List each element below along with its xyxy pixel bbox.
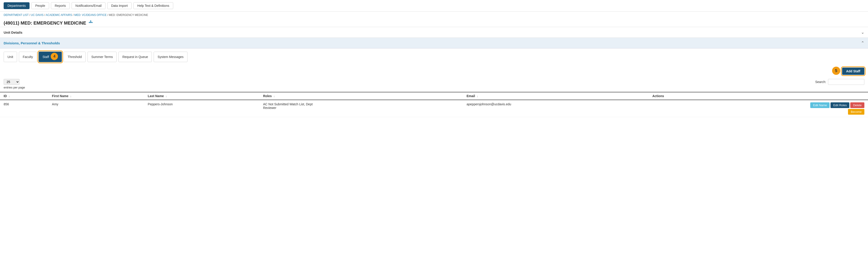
entries-select-dropdown[interactable]: 25 10 50 100 [4,79,20,85]
entries-label: entries per page [4,86,25,89]
nav-reports[interactable]: Reports [51,2,70,9]
page-title-area: (49011) MED: EMERGENCY MEDICINE [0,19,868,27]
subtab-threshold[interactable]: Threshold [64,52,86,62]
sort-id-icon[interactable]: ↕ [9,95,10,97]
sort-roles-icon[interactable]: ↕ [273,95,275,97]
action-row-2: Become [848,109,864,115]
delete-button[interactable]: Delete [850,102,864,108]
nav-data-import[interactable]: Data Import [107,2,132,9]
add-staff-bar: 5 Add Staff [0,65,868,77]
nav-notifications-email[interactable]: Notifications/Email [71,2,105,9]
action-row-1: Edit Name Edit Roles Delete [810,102,864,108]
search-input[interactable] [828,79,864,85]
step-4-badge: 4 [51,53,58,60]
subtab-summer-terms[interactable]: Summer Terms [88,52,117,62]
breadcrumb: DEPARTMENT LIST / UC DAVIS / ACADEMIC AF… [0,11,868,19]
subtab-request-in-queue[interactable]: Request in Queue [118,52,152,62]
breadcrumb-current: MED: EMERGENCY MEDICINE [109,13,148,17]
sort-email-icon[interactable]: ↕ [477,95,478,97]
col-id: ID ↕ [0,92,49,100]
col-roles: Roles ↕ [259,92,463,100]
col-actions: Actions [649,92,868,100]
org-chart-icon[interactable] [88,20,93,26]
breadcrumb-dept-list[interactable]: DEPARTMENT LIST [4,13,29,17]
cell-id: 856 [0,100,49,117]
division-title: Divisions, Personnel & Thresholds [4,41,60,45]
edit-roles-button[interactable]: Edit Roles [831,102,849,108]
search-area: Search: [815,79,864,85]
nav-help-text[interactable]: Help Text & Definitions [133,2,173,9]
edit-name-button[interactable]: Edit Name [810,102,830,108]
unit-details-section[interactable]: Unit Details ⌄ [0,27,868,38]
unit-details-chevron: ⌄ [861,30,864,35]
col-email: Email ↕ [463,92,649,100]
sort-lastname-icon[interactable]: ↕ [166,95,167,97]
step-5-badge: 5 [832,67,840,75]
division-section-header[interactable]: Divisions, Personnel & Thresholds ⌃ [0,38,868,49]
cell-last-name: Peppers-Johnson [144,100,259,117]
breadcrumb-academic-affairs[interactable]: ACADEMIC AFFAIRS [46,13,72,17]
add-staff-button[interactable]: Add Staff [842,67,864,75]
cell-email: apeppersjohnson@ucdavis.edu [463,100,649,117]
nav-departments[interactable]: Departments [4,2,30,9]
top-navigation: Departments People Reports Notifications… [0,0,868,11]
cell-actions: Edit Name Edit Roles Delete Become [649,100,868,117]
subtab-unit[interactable]: Unit [4,52,17,62]
page-title: (49011) MED: EMERGENCY MEDICINE [4,21,86,26]
sort-firstname-icon[interactable]: ↕ [70,95,71,97]
table-controls: 25 10 50 100 entries per page Search: [0,77,868,91]
division-chevron: ⌃ [861,40,864,46]
cell-first-name: Amy [49,100,144,117]
breadcrumb-vc-deans[interactable]: MED: VC/DEANS OFFICE [74,13,106,17]
subtab-staff[interactable]: Staff 4 [39,52,62,62]
table-row: 856 Amy Peppers-Johnson AC Not Submitted… [0,100,868,117]
staff-table: ID ↕ First Name ↕ Last Name ↕ Roles ↕ Em… [0,92,868,117]
actions-cell: Edit Name Edit Roles Delete Become [652,102,864,115]
subtab-faculty[interactable]: Faculty [19,52,37,62]
become-button[interactable]: Become [848,109,864,115]
unit-details-label: Unit Details [4,30,23,34]
subtab-system-messages[interactable]: System Messages [154,52,187,62]
sub-tabs-bar: Unit Faculty Staff 4 Threshold Summer Te… [0,49,868,65]
entries-per-page: 25 10 50 100 entries per page [4,79,25,89]
breadcrumb-uc-davis[interactable]: UC DAVIS [31,13,44,17]
col-last-name: Last Name ↕ [144,92,259,100]
cell-roles: AC Not Submitted Watch List, Dept Review… [259,100,463,117]
search-label: Search: [815,80,826,84]
col-first-name: First Name ↕ [49,92,144,100]
nav-people[interactable]: People [31,2,49,9]
svg-rect-0 [90,21,91,21]
